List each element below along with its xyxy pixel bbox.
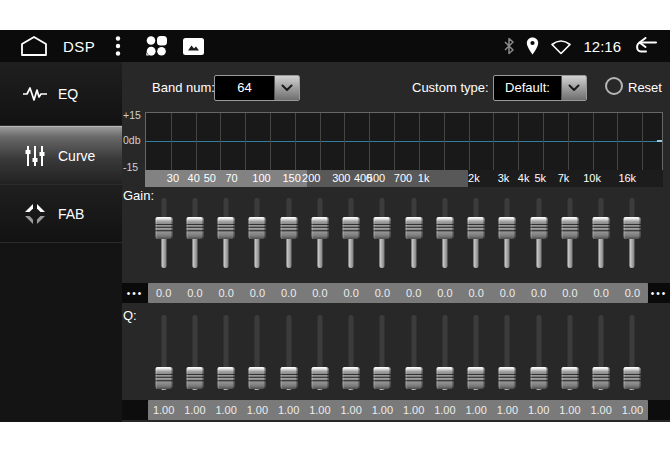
freq-tick-label: 40 (188, 170, 200, 187)
gain-slider-thumb[interactable] (249, 217, 266, 239)
gain-slider-thumb[interactable] (561, 217, 578, 239)
q-slider[interactable] (367, 315, 398, 390)
reset-radio[interactable] (605, 77, 623, 95)
plot-gridline (642, 113, 643, 170)
plot-gridline (369, 113, 370, 170)
q-slider[interactable] (617, 315, 648, 390)
gain-slider-thumb[interactable] (374, 217, 391, 239)
q-slider[interactable] (304, 315, 335, 390)
q-slider[interactable] (461, 315, 492, 390)
q-slider-thumb[interactable] (468, 367, 485, 389)
gain-slider-thumb[interactable] (593, 217, 610, 239)
q-slider-thumb[interactable] (436, 367, 453, 389)
band-num-select[interactable]: 64 (214, 75, 300, 101)
chevron-down-icon[interactable] (274, 76, 299, 100)
q-slider[interactable] (273, 315, 304, 390)
q-slider-thumb[interactable] (155, 367, 172, 389)
gain-slider-thumb[interactable] (343, 217, 360, 239)
reset-label[interactable]: Reset (628, 75, 662, 101)
q-label: Q: (123, 308, 137, 323)
gain-more-right-button[interactable]: ••• (648, 283, 670, 303)
freq-tick-label: 16k (618, 170, 636, 187)
gain-slider[interactable] (211, 198, 242, 268)
gain-slider[interactable] (336, 198, 367, 268)
gain-slider-thumb[interactable] (436, 217, 453, 239)
clover-apps-icon[interactable] (145, 35, 169, 57)
q-slider-thumb[interactable] (593, 367, 610, 389)
gain-slider-thumb[interactable] (155, 217, 172, 239)
q-slider[interactable] (523, 315, 554, 390)
q-slider-thumb[interactable] (374, 367, 391, 389)
q-values-left-spacer (122, 400, 148, 420)
q-slider-thumb[interactable] (624, 367, 641, 389)
q-slider[interactable] (211, 315, 242, 390)
clock-time: 12:16 (583, 38, 621, 55)
q-slider[interactable] (179, 315, 210, 390)
gain-slider[interactable] (304, 198, 335, 268)
q-slider-thumb[interactable] (249, 367, 266, 389)
q-slider[interactable] (429, 315, 460, 390)
q-slider[interactable] (148, 315, 179, 390)
q-slider-thumb[interactable] (218, 367, 235, 389)
gain-slider[interactable] (429, 198, 460, 268)
slider-track-lower (192, 389, 197, 390)
q-slider-thumb[interactable] (405, 367, 422, 389)
q-slider[interactable] (586, 315, 617, 390)
gain-slider-thumb[interactable] (405, 217, 422, 239)
gain-slider-thumb[interactable] (530, 217, 547, 239)
gain-slider[interactable] (179, 198, 210, 268)
gain-slider[interactable] (617, 198, 648, 268)
q-slider-thumb[interactable] (280, 367, 297, 389)
q-slider-thumb[interactable] (530, 367, 547, 389)
q-slider[interactable] (398, 315, 429, 390)
sidebar-item-fab[interactable]: FAB (0, 185, 122, 243)
gain-slider[interactable] (273, 198, 304, 268)
gain-more-left-button[interactable]: ••• (122, 283, 148, 303)
photo-icon[interactable] (183, 38, 204, 55)
slider-track-upper (474, 315, 479, 367)
q-slider-thumb[interactable] (186, 367, 203, 389)
band-num-label: Band num: (152, 75, 215, 101)
gain-slider-thumb[interactable] (218, 217, 235, 239)
q-slider[interactable] (554, 315, 585, 390)
sidebar-item-curve[interactable]: Curve (0, 126, 122, 185)
gain-slider-thumb[interactable] (311, 217, 328, 239)
slider-track-lower (599, 239, 604, 268)
y-axis-label-max: +15 (123, 109, 145, 121)
slider-track-lower (411, 239, 416, 268)
gain-slider-thumb[interactable] (280, 217, 297, 239)
q-slider[interactable] (492, 315, 523, 390)
eq-curve-plot[interactable] (145, 112, 663, 170)
gain-slider[interactable] (523, 198, 554, 268)
gain-slider[interactable] (367, 198, 398, 268)
y-axis-label-min: -15 (123, 161, 145, 173)
gain-slider-thumb[interactable] (468, 217, 485, 239)
gain-slider[interactable] (586, 198, 617, 268)
q-slider[interactable] (336, 315, 367, 390)
gain-slider[interactable] (554, 198, 585, 268)
q-slider-thumb[interactable] (499, 367, 516, 389)
chevron-down-icon[interactable] (561, 76, 586, 100)
back-arrow-icon[interactable] (632, 37, 658, 55)
plot-gridline (419, 113, 420, 170)
q-slider[interactable] (242, 315, 273, 390)
gain-slider-thumb[interactable] (186, 217, 203, 239)
gain-slider[interactable] (242, 198, 273, 268)
home-icon[interactable] (20, 35, 48, 57)
gain-slider-thumb[interactable] (624, 217, 641, 239)
q-slider-thumb[interactable] (561, 367, 578, 389)
gain-slider[interactable] (492, 198, 523, 268)
gain-slider[interactable] (398, 198, 429, 268)
gain-slider[interactable] (148, 198, 179, 268)
gain-slider-thumb[interactable] (499, 217, 516, 239)
wifi-icon (550, 38, 572, 55)
slider-track-upper (192, 315, 197, 367)
slider-track-upper (599, 198, 604, 217)
custom-type-select[interactable]: Default: (493, 75, 587, 101)
q-slider-thumb[interactable] (311, 367, 328, 389)
q-slider-thumb[interactable] (343, 367, 360, 389)
gain-slider[interactable] (461, 198, 492, 268)
sidebar-item-eq[interactable]: EQ (0, 62, 122, 126)
kebab-menu-icon[interactable] (115, 35, 121, 57)
plot-gridline (593, 113, 594, 170)
